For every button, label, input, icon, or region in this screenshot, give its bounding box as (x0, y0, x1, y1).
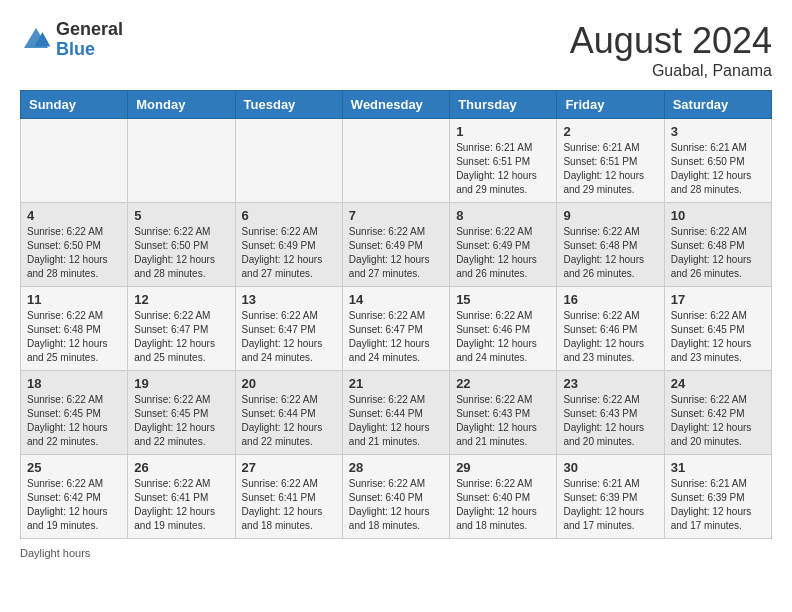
logo-general-text: General (56, 20, 123, 40)
day-info: Sunrise: 6:22 AM Sunset: 6:49 PM Dayligh… (242, 225, 336, 281)
day-number: 11 (27, 292, 121, 307)
day-info: Sunrise: 6:22 AM Sunset: 6:45 PM Dayligh… (134, 393, 228, 449)
month-year: August 2024 (570, 20, 772, 62)
logo-icon (20, 24, 52, 56)
day-info: Sunrise: 6:21 AM Sunset: 6:50 PM Dayligh… (671, 141, 765, 197)
day-number: 27 (242, 460, 336, 475)
day-info: Sunrise: 6:22 AM Sunset: 6:41 PM Dayligh… (134, 477, 228, 533)
calendar-cell: 19Sunrise: 6:22 AM Sunset: 6:45 PM Dayli… (128, 371, 235, 455)
day-number: 21 (349, 376, 443, 391)
calendar-cell: 13Sunrise: 6:22 AM Sunset: 6:47 PM Dayli… (235, 287, 342, 371)
day-info: Sunrise: 6:22 AM Sunset: 6:48 PM Dayligh… (671, 225, 765, 281)
day-number: 13 (242, 292, 336, 307)
day-number: 15 (456, 292, 550, 307)
daylight-label: Daylight hours (20, 547, 90, 559)
day-number: 9 (563, 208, 657, 223)
day-number: 30 (563, 460, 657, 475)
day-info: Sunrise: 6:21 AM Sunset: 6:51 PM Dayligh… (456, 141, 550, 197)
day-info: Sunrise: 6:22 AM Sunset: 6:47 PM Dayligh… (349, 309, 443, 365)
day-info: Sunrise: 6:22 AM Sunset: 6:47 PM Dayligh… (134, 309, 228, 365)
logo: General Blue (20, 20, 123, 60)
day-info: Sunrise: 6:22 AM Sunset: 6:43 PM Dayligh… (563, 393, 657, 449)
calendar-cell: 26Sunrise: 6:22 AM Sunset: 6:41 PM Dayli… (128, 455, 235, 539)
day-info: Sunrise: 6:22 AM Sunset: 6:49 PM Dayligh… (456, 225, 550, 281)
calendar-cell: 3Sunrise: 6:21 AM Sunset: 6:50 PM Daylig… (664, 119, 771, 203)
calendar-footer: Daylight hours (20, 547, 772, 559)
day-info: Sunrise: 6:22 AM Sunset: 6:45 PM Dayligh… (671, 309, 765, 365)
day-number: 26 (134, 460, 228, 475)
day-number: 18 (27, 376, 121, 391)
calendar-cell: 7Sunrise: 6:22 AM Sunset: 6:49 PM Daylig… (342, 203, 449, 287)
column-header-thursday: Thursday (450, 91, 557, 119)
day-info: Sunrise: 6:22 AM Sunset: 6:44 PM Dayligh… (242, 393, 336, 449)
day-number: 29 (456, 460, 550, 475)
calendar-cell (128, 119, 235, 203)
calendar-cell: 22Sunrise: 6:22 AM Sunset: 6:43 PM Dayli… (450, 371, 557, 455)
day-info: Sunrise: 6:22 AM Sunset: 6:50 PM Dayligh… (27, 225, 121, 281)
calendar-cell: 4Sunrise: 6:22 AM Sunset: 6:50 PM Daylig… (21, 203, 128, 287)
day-number: 28 (349, 460, 443, 475)
day-number: 6 (242, 208, 336, 223)
day-info: Sunrise: 6:22 AM Sunset: 6:43 PM Dayligh… (456, 393, 550, 449)
calendar-cell: 20Sunrise: 6:22 AM Sunset: 6:44 PM Dayli… (235, 371, 342, 455)
calendar-cell: 24Sunrise: 6:22 AM Sunset: 6:42 PM Dayli… (664, 371, 771, 455)
logo-blue-text: Blue (56, 40, 123, 60)
calendar-cell: 6Sunrise: 6:22 AM Sunset: 6:49 PM Daylig… (235, 203, 342, 287)
day-number: 22 (456, 376, 550, 391)
calendar-cell: 2Sunrise: 6:21 AM Sunset: 6:51 PM Daylig… (557, 119, 664, 203)
day-number: 17 (671, 292, 765, 307)
calendar-cell: 14Sunrise: 6:22 AM Sunset: 6:47 PM Dayli… (342, 287, 449, 371)
day-number: 23 (563, 376, 657, 391)
day-info: Sunrise: 6:22 AM Sunset: 6:40 PM Dayligh… (456, 477, 550, 533)
day-info: Sunrise: 6:22 AM Sunset: 6:45 PM Dayligh… (27, 393, 121, 449)
calendar-week-row: 11Sunrise: 6:22 AM Sunset: 6:48 PM Dayli… (21, 287, 772, 371)
day-number: 8 (456, 208, 550, 223)
calendar-cell: 5Sunrise: 6:22 AM Sunset: 6:50 PM Daylig… (128, 203, 235, 287)
day-info: Sunrise: 6:22 AM Sunset: 6:46 PM Dayligh… (563, 309, 657, 365)
day-info: Sunrise: 6:22 AM Sunset: 6:48 PM Dayligh… (563, 225, 657, 281)
page-header: General Blue August 2024 Guabal, Panama (20, 20, 772, 80)
day-info: Sunrise: 6:22 AM Sunset: 6:47 PM Dayligh… (242, 309, 336, 365)
calendar-cell: 9Sunrise: 6:22 AM Sunset: 6:48 PM Daylig… (557, 203, 664, 287)
calendar-header-row: SundayMondayTuesdayWednesdayThursdayFrid… (21, 91, 772, 119)
day-info: Sunrise: 6:22 AM Sunset: 6:46 PM Dayligh… (456, 309, 550, 365)
day-info: Sunrise: 6:21 AM Sunset: 6:39 PM Dayligh… (563, 477, 657, 533)
title-block: August 2024 Guabal, Panama (570, 20, 772, 80)
logo-text: General Blue (56, 20, 123, 60)
calendar-cell: 23Sunrise: 6:22 AM Sunset: 6:43 PM Dayli… (557, 371, 664, 455)
day-number: 25 (27, 460, 121, 475)
day-info: Sunrise: 6:22 AM Sunset: 6:42 PM Dayligh… (671, 393, 765, 449)
calendar-table: SundayMondayTuesdayWednesdayThursdayFrid… (20, 90, 772, 539)
day-number: 16 (563, 292, 657, 307)
calendar-cell: 29Sunrise: 6:22 AM Sunset: 6:40 PM Dayli… (450, 455, 557, 539)
calendar-cell: 31Sunrise: 6:21 AM Sunset: 6:39 PM Dayli… (664, 455, 771, 539)
calendar-cell: 25Sunrise: 6:22 AM Sunset: 6:42 PM Dayli… (21, 455, 128, 539)
calendar-week-row: 1Sunrise: 6:21 AM Sunset: 6:51 PM Daylig… (21, 119, 772, 203)
calendar-cell: 10Sunrise: 6:22 AM Sunset: 6:48 PM Dayli… (664, 203, 771, 287)
calendar-cell: 18Sunrise: 6:22 AM Sunset: 6:45 PM Dayli… (21, 371, 128, 455)
day-info: Sunrise: 6:22 AM Sunset: 6:40 PM Dayligh… (349, 477, 443, 533)
day-number: 4 (27, 208, 121, 223)
column-header-wednesday: Wednesday (342, 91, 449, 119)
calendar-cell: 8Sunrise: 6:22 AM Sunset: 6:49 PM Daylig… (450, 203, 557, 287)
calendar-cell: 30Sunrise: 6:21 AM Sunset: 6:39 PM Dayli… (557, 455, 664, 539)
day-number: 14 (349, 292, 443, 307)
calendar-cell (342, 119, 449, 203)
calendar-cell: 15Sunrise: 6:22 AM Sunset: 6:46 PM Dayli… (450, 287, 557, 371)
location: Guabal, Panama (570, 62, 772, 80)
calendar-cell: 11Sunrise: 6:22 AM Sunset: 6:48 PM Dayli… (21, 287, 128, 371)
day-number: 12 (134, 292, 228, 307)
day-number: 31 (671, 460, 765, 475)
calendar-cell: 27Sunrise: 6:22 AM Sunset: 6:41 PM Dayli… (235, 455, 342, 539)
day-number: 24 (671, 376, 765, 391)
day-number: 2 (563, 124, 657, 139)
day-info: Sunrise: 6:22 AM Sunset: 6:49 PM Dayligh… (349, 225, 443, 281)
column-header-friday: Friday (557, 91, 664, 119)
day-number: 7 (349, 208, 443, 223)
column-header-monday: Monday (128, 91, 235, 119)
calendar-week-row: 18Sunrise: 6:22 AM Sunset: 6:45 PM Dayli… (21, 371, 772, 455)
day-info: Sunrise: 6:21 AM Sunset: 6:39 PM Dayligh… (671, 477, 765, 533)
calendar-cell: 21Sunrise: 6:22 AM Sunset: 6:44 PM Dayli… (342, 371, 449, 455)
day-info: Sunrise: 6:22 AM Sunset: 6:42 PM Dayligh… (27, 477, 121, 533)
column-header-tuesday: Tuesday (235, 91, 342, 119)
